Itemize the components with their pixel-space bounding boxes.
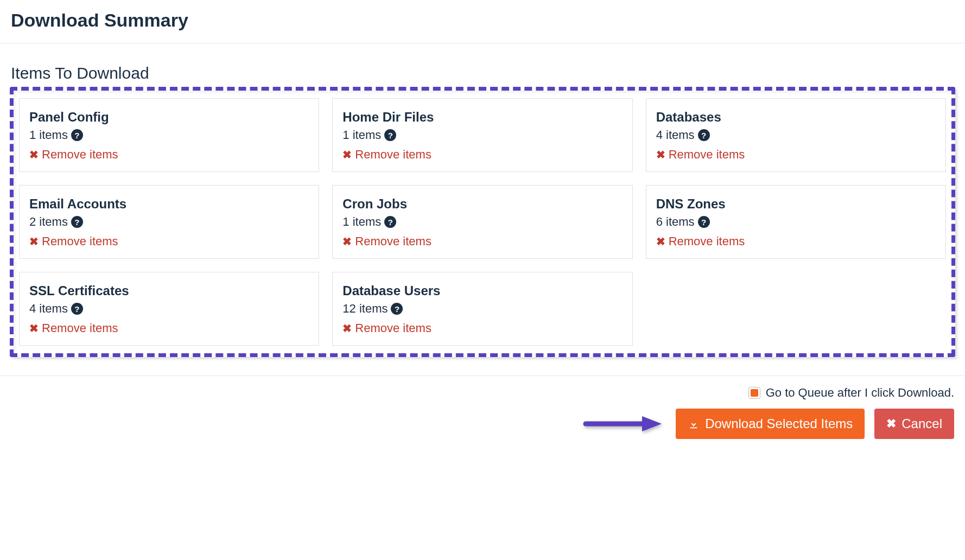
remove-items-link[interactable]: ✖ Remove items xyxy=(342,234,431,249)
card-count-text: 1 items xyxy=(29,128,68,142)
card-cron-jobs: Cron Jobs 1 items ? ✖ Remove items xyxy=(332,185,632,259)
remove-items-label: Remove items xyxy=(355,234,431,249)
help-icon[interactable]: ? xyxy=(698,129,710,141)
remove-items-link[interactable]: ✖ Remove items xyxy=(656,234,745,249)
card-ssl-certificates: SSL Certificates 4 items ? ✖ Remove item… xyxy=(19,272,319,346)
help-icon[interactable]: ? xyxy=(384,216,396,228)
button-row: Download Selected Items ✖ Cancel xyxy=(581,409,954,439)
help-icon[interactable]: ? xyxy=(384,129,396,141)
close-icon: ✖ xyxy=(342,236,352,247)
cancel-button-label: Cancel xyxy=(901,416,942,431)
remove-items-link[interactable]: ✖ Remove items xyxy=(656,148,745,162)
card-email-accounts: Email Accounts 2 items ? ✖ Remove items xyxy=(19,185,319,259)
remove-items-link[interactable]: ✖ Remove items xyxy=(29,234,118,249)
card-count-row: 4 items ? xyxy=(29,302,309,316)
cancel-button[interactable]: ✖ Cancel xyxy=(874,409,954,439)
remove-items-label: Remove items xyxy=(355,148,431,162)
card-count-row: 1 items ? xyxy=(342,215,622,229)
download-selected-button[interactable]: Download Selected Items xyxy=(676,409,865,439)
card-title: SSL Certificates xyxy=(29,283,309,298)
card-title: Panel Config xyxy=(29,110,309,125)
card-count-row: 2 items ? xyxy=(29,215,309,229)
footer: Go to Queue after I click Download. Down… xyxy=(0,386,965,450)
close-icon: ✖ xyxy=(342,149,352,160)
card-count-text: 12 items xyxy=(342,302,388,316)
close-icon: ✖ xyxy=(29,236,39,247)
queue-checkbox-row[interactable]: Go to Queue after I click Download. xyxy=(748,386,954,400)
queue-checkbox[interactable] xyxy=(748,387,760,399)
remove-items-link[interactable]: ✖ Remove items xyxy=(342,321,431,335)
page-title: Download Summary xyxy=(0,0,965,43)
close-icon: ✖ xyxy=(886,418,896,430)
card-title: Email Accounts xyxy=(29,196,309,212)
card-count-text: 1 items xyxy=(342,128,381,142)
card-title: Databases xyxy=(656,110,936,125)
section-title: Items To Download xyxy=(0,64,965,87)
card-title: Database Users xyxy=(342,283,622,298)
card-count-text: 2 items xyxy=(29,215,68,229)
download-button-label: Download Selected Items xyxy=(705,416,853,431)
remove-items-link[interactable]: ✖ Remove items xyxy=(342,148,431,162)
card-databases: Databases 4 items ? ✖ Remove items xyxy=(646,98,946,172)
help-icon[interactable]: ? xyxy=(698,216,710,228)
title-divider xyxy=(0,43,965,43)
help-icon[interactable]: ? xyxy=(71,303,83,315)
close-icon: ✖ xyxy=(342,323,352,334)
close-icon: ✖ xyxy=(656,236,665,247)
download-icon xyxy=(688,418,700,430)
card-title: Home Dir Files xyxy=(342,110,622,125)
card-count-row: 1 items ? xyxy=(342,128,622,142)
close-icon: ✖ xyxy=(656,149,665,160)
remove-items-label: Remove items xyxy=(42,234,118,249)
card-title: DNS Zones xyxy=(656,196,936,212)
queue-checkbox-label: Go to Queue after I click Download. xyxy=(766,386,954,400)
help-icon[interactable]: ? xyxy=(71,216,83,228)
help-icon[interactable]: ? xyxy=(391,303,403,315)
card-home-dir-files: Home Dir Files 1 items ? ✖ Remove items xyxy=(332,98,632,172)
items-highlight-box: Panel Config 1 items ? ✖ Remove items Ho… xyxy=(10,87,955,357)
card-count-text: 4 items xyxy=(656,128,695,142)
remove-items-link[interactable]: ✖ Remove items xyxy=(29,321,118,335)
arrow-right-icon xyxy=(581,413,663,435)
remove-items-label: Remove items xyxy=(355,321,431,335)
card-count-text: 6 items xyxy=(656,215,695,229)
remove-items-label: Remove items xyxy=(42,148,118,162)
remove-items-label: Remove items xyxy=(669,148,745,162)
svg-marker-1 xyxy=(642,416,662,431)
remove-items-label: Remove items xyxy=(669,234,745,249)
card-count-row: 4 items ? xyxy=(656,128,936,142)
help-icon[interactable]: ? xyxy=(71,129,83,141)
card-count-text: 4 items xyxy=(29,302,68,316)
close-icon: ✖ xyxy=(29,149,39,160)
close-icon: ✖ xyxy=(29,323,39,334)
remove-items-label: Remove items xyxy=(42,321,118,335)
card-count-row: 6 items ? xyxy=(656,215,936,229)
card-title: Cron Jobs xyxy=(342,196,622,212)
card-dns-zones: DNS Zones 6 items ? ✖ Remove items xyxy=(646,185,946,259)
checkbox-checked-icon xyxy=(751,389,758,397)
card-database-users: Database Users 12 items ? ✖ Remove items xyxy=(332,272,632,346)
section-divider xyxy=(0,376,965,376)
card-panel-config: Panel Config 1 items ? ✖ Remove items xyxy=(19,98,319,172)
annotation-arrow xyxy=(581,413,663,435)
card-count-row: 1 items ? xyxy=(29,128,309,142)
cards-grid: Panel Config 1 items ? ✖ Remove items Ho… xyxy=(14,98,951,346)
card-count-row: 12 items ? xyxy=(342,302,622,316)
remove-items-link[interactable]: ✖ Remove items xyxy=(29,148,118,162)
card-count-text: 1 items xyxy=(342,215,381,229)
